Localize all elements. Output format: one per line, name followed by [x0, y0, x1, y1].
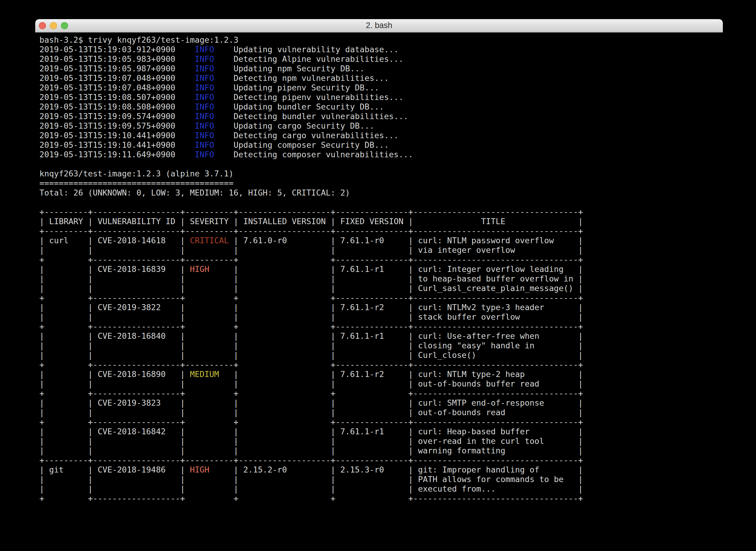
table-row-3-line-0: | | CVE-2018-16840 | | | 7.61.1-r1 | cur… [39, 331, 723, 341]
table-row-3-separator: + +------------------+----------+ +-----… [39, 360, 723, 370]
log-line-10: 2019-05-13T15:19:10.441+0900 INFO Updati… [39, 140, 723, 150]
log-line-9: 2019-05-13T15:19:10.441+0900 INFO Detect… [39, 131, 723, 140]
table-row-2-line-0: | | CVE-2019-3822 | | | 7.61.1-r2 | curl… [39, 303, 723, 312]
table-row-6-separator: +---------+------------------+----------… [39, 456, 723, 465]
table-row-6-line-2: | | | | | | warning formatting | [39, 446, 723, 456]
table-row-7-line-2: | | | | | | executed from... | [39, 484, 723, 494]
scan-summary-line: Total: 26 (UNKNOWN: 0, LOW: 3, MEDIUM: 1… [39, 188, 723, 197]
table-row-6-line-0: | | CVE-2018-16842 | | | 7.61.1-r1 | cur… [39, 427, 723, 436]
zoom-button[interactable] [61, 22, 68, 29]
blank-line [39, 159, 723, 169]
minimize-button[interactable] [50, 22, 57, 29]
blank-line [39, 197, 723, 207]
table-row-7-line-0: | git | CVE-2018-19486 | HIGH | 2.15.2-r… [39, 465, 723, 475]
terminal-window: 2. bash bash-3.2$ trivy knqyf263/test-im… [35, 19, 723, 551]
log-line-3: 2019-05-13T15:19:07.048+0900 INFO Detect… [39, 73, 723, 83]
log-line-11: 2019-05-13T15:19:11.649+0900 INFO Detect… [39, 150, 723, 159]
log-line-4: 2019-05-13T15:19:07.048+0900 INFO Updati… [39, 83, 723, 92]
table-row-1-separator: + +------------------+ + +--------------… [39, 293, 723, 303]
table-row-1-line-2: | | | | | | Curl_sasl_create_plain_messa… [39, 284, 723, 293]
table-header-row: | LIBRARY | VULNERABILITY ID | SEVERITY … [39, 217, 723, 226]
table-row-7-line-1: | | | | | | PATH allows for commands to … [39, 475, 723, 484]
desktop: 2. bash bash-3.2$ trivy knqyf263/test-im… [0, 0, 756, 551]
window-titlebar[interactable]: 2. bash [35, 19, 723, 33]
table-row-0-line-1: | | | | | | via integer overflow | [39, 245, 723, 255]
scan-target-line: knqyf263/test-image:1.2.3 (alpine 3.7.1) [39, 169, 723, 178]
table-row-5-line-1: | | | | | | out-of-bounds read | [39, 408, 723, 417]
log-line-1: 2019-05-13T15:19:05.983+0900 INFO Detect… [39, 54, 723, 64]
table-row-4-line-1: | | | | | | out-of-bounds buffer read | [39, 379, 723, 389]
table-header-separator: +---------+------------------+----------… [39, 226, 723, 236]
log-line-2: 2019-05-13T15:19:05.987+0900 INFO Updati… [39, 64, 723, 73]
table-row-2-separator: + +------------------+ + +--------------… [39, 322, 723, 331]
table-top-border: +---------+------------------+----------… [39, 207, 723, 217]
table-row-4-line-0: | | CVE-2018-16890 | MEDIUM | | 7.61.1-r… [39, 370, 723, 379]
log-line-8: 2019-05-13T15:19:09.575+0900 INFO Updati… [39, 121, 723, 131]
terminal-content[interactable]: bash-3.2$ trivy knqyf263/test-image:1.2.… [35, 33, 723, 503]
table-row-3-line-1: | | | | | | closing "easy" handle in | [39, 341, 723, 351]
log-line-0: 2019-05-13T15:19:03.912+0900 INFO Updati… [39, 45, 723, 54]
table-row-1-line-0: | | CVE-2018-16839 | HIGH | | 7.61.1-r1 … [39, 264, 723, 274]
scan-target-underline: ======================================== [39, 178, 723, 188]
table-row-0-separator: + +------------------+----------+ +-----… [39, 255, 723, 264]
command-line: bash-3.2$ trivy knqyf263/test-image:1.2.… [39, 35, 723, 45]
window-controls [39, 19, 68, 32]
close-button[interactable] [39, 22, 46, 29]
log-line-5: 2019-05-13T15:19:08.507+0900 INFO Detect… [39, 92, 723, 102]
table-row-1-line-1: | | | | | | to heap-based buffer overflo… [39, 274, 723, 284]
table-row-3-line-2: | | | | | | Curl_close() | [39, 351, 723, 360]
log-line-6: 2019-05-13T15:19:08.508+0900 INFO Updati… [39, 102, 723, 112]
window-title: 2. bash [366, 21, 392, 30]
table-row-5-line-0: | | CVE-2019-3823 | | | | curl: SMTP end… [39, 398, 723, 408]
table-row-6-line-1: | | | | | | over-read in the curl tool | [39, 436, 723, 446]
table-row-0-line-0: | curl | CVE-2018-14618 | CRITICAL | 7.6… [39, 236, 723, 245]
table-row-2-line-1: | | | | | | stack buffer overflow | [39, 312, 723, 322]
table-row-7-separator: + +------------------+ + + +------------… [39, 494, 723, 503]
table-row-4-separator: + +------------------+ + + +------------… [39, 389, 723, 398]
log-line-7: 2019-05-13T15:19:09.574+0900 INFO Detect… [39, 112, 723, 121]
table-row-5-separator: + +------------------+ + +--------------… [39, 417, 723, 427]
